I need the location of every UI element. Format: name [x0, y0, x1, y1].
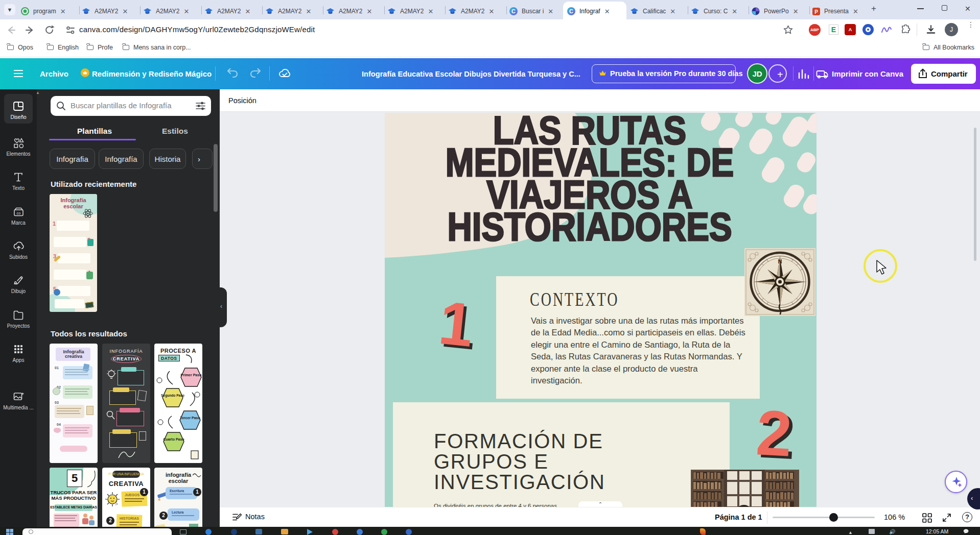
- svg-text:Cuarto Paso: Cuarto Paso: [163, 437, 184, 441]
- svg-text:C: C: [511, 8, 516, 14]
- svg-text:N: N: [778, 258, 782, 264]
- svg-text:Segundo Paso: Segundo Paso: [161, 394, 184, 398]
- svg-text:Primer Paso: Primer Paso: [181, 373, 202, 377]
- svg-text:P: P: [814, 9, 818, 14]
- svg-text:C: C: [569, 8, 573, 14]
- svg-text:Tercer Paso: Tercer Paso: [180, 416, 200, 420]
- svg-text:co: co: [16, 211, 20, 215]
